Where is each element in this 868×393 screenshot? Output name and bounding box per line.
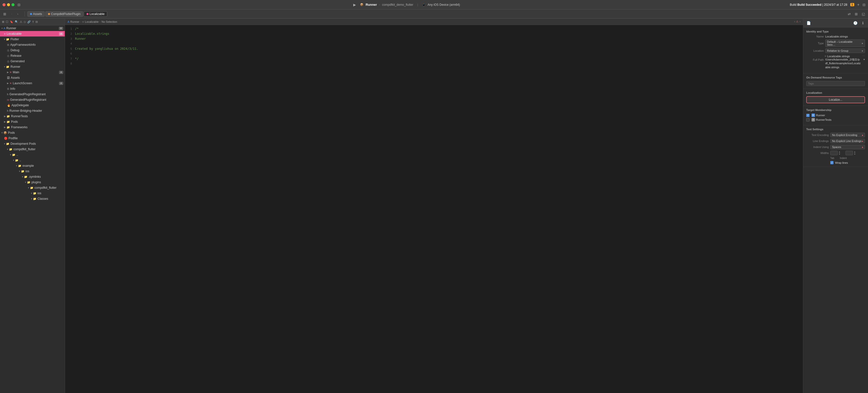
warning-indicator[interactable]: ⚠ xyxy=(796,20,799,23)
sidebar-item-pods-root[interactable]: ▾ 📦 Pods xyxy=(0,130,65,135)
sidebar-item-ios-2[interactable]: ▾ 📁 ios xyxy=(0,190,65,196)
sidebar-item-symlinks[interactable]: ▾ 📁 .symlinks xyxy=(0,174,65,180)
tab-width-input[interactable]: 4 xyxy=(830,151,838,155)
inspector-btn-info[interactable]: ℹ xyxy=(860,20,866,26)
sidebar-label-appframeworkinfo: AppFrameworkInfo xyxy=(10,43,63,47)
editor-content[interactable]: 1 /* 2 Localizable.strings 3 Runner 4 5 … xyxy=(65,25,803,393)
search-icon[interactable]: 🔍 xyxy=(15,20,18,24)
symlinks-icon: 📁 xyxy=(24,175,28,179)
breadcrumb-runner[interactable]: Runner xyxy=(70,20,79,23)
localize-button[interactable]: Localize... xyxy=(806,96,865,103)
sidebar-item-development-pods[interactable]: ▾ 📁 Development Pods xyxy=(0,141,65,147)
encoding-dropdown[interactable]: No Explicit Encoding ● xyxy=(830,133,865,137)
sidebar-item-podfile[interactable]: 🔴 Podfile xyxy=(0,135,65,141)
sidebar-item-generated[interactable]: ◎ Generated xyxy=(0,59,65,64)
chevron-runnertests: ▶ xyxy=(4,115,6,118)
warning-badge[interactable]: 1 xyxy=(850,3,854,6)
warning-icon[interactable]: ⚠ xyxy=(20,20,22,24)
sidebar-header: ⊞ ☐ 🔖 🔍 ⚠ ◇ 🔗 T ⊟ xyxy=(0,19,65,26)
membership-runnertests-checkbox[interactable] xyxy=(806,118,809,121)
grid-icon[interactable]: ⊟ xyxy=(35,20,38,24)
sidebar-item-generatedpluginregistrant-m[interactable]: m GeneratedPluginRegistrant xyxy=(0,97,65,102)
sidebar-item-generatedpluginregistrant-h[interactable]: h GeneratedPluginRegistrant xyxy=(0,91,65,97)
sidebar-item-appframeworkinfo[interactable]: ⊞ AppFrameworkInfo xyxy=(0,42,65,48)
sidebar-item-classes[interactable]: ▾ 📁 Classes xyxy=(0,196,65,202)
sidebar-label-info: Info xyxy=(10,87,63,91)
indent-sub-label: Indent xyxy=(840,157,847,159)
indent-dropdown[interactable]: Spaces ● xyxy=(830,145,865,149)
sidebar-item-bridging-header[interactable]: h Runner-Bridging-Header xyxy=(0,108,65,114)
split-view-btn[interactable]: ⊞ xyxy=(854,11,859,17)
sidebar-item-appdelegate[interactable]: 🔥 AppDelegate xyxy=(0,102,65,108)
sidebar-item-runner-root[interactable]: ▾ A Runner M xyxy=(0,26,65,31)
chevron-ios: ▾ xyxy=(19,170,20,173)
chevron-dotdot-1: ▾ xyxy=(10,153,11,156)
sidebar-item-debug[interactable]: ◎ Debug xyxy=(0,48,65,53)
sidebar-label-ios: ios xyxy=(26,170,63,173)
sidebar-item-dotdot-1[interactable]: ▾ 📁 .. xyxy=(0,152,65,157)
sidebar-item-example[interactable]: ▾ 📁 example xyxy=(0,163,65,169)
breadcrumb-localizable[interactable]: Localizable xyxy=(85,20,99,23)
maximize-button[interactable] xyxy=(11,3,14,6)
sidebar-item-runnertests[interactable]: ▶ 📁 RunnerTests xyxy=(0,114,65,119)
sidebar-item-ios[interactable]: ▾ 📁 ios xyxy=(0,169,65,174)
line-endings-dropdown[interactable]: No Explicit Line Endings ● xyxy=(830,139,865,143)
tab-assets[interactable]: Assets xyxy=(27,11,45,17)
type-dropdown[interactable]: Default – Localizable Strin… ● xyxy=(825,39,865,47)
text-icon[interactable]: T xyxy=(32,21,34,24)
indent-width-arrows[interactable]: ▲▼ xyxy=(854,151,856,155)
tab-width-arrows[interactable]: ▲▼ xyxy=(838,151,840,155)
tab-localizable[interactable]: Localizable xyxy=(84,11,107,17)
sidebar-item-plugins[interactable]: ▾ 📁 plugins xyxy=(0,180,65,185)
inspector-tab-file[interactable]: 📄 xyxy=(805,20,812,26)
tags-input[interactable] xyxy=(806,81,865,86)
sidebar-item-frameworks[interactable]: ▶ 📁 Frameworks xyxy=(0,124,65,130)
checkbox-icon[interactable]: ☐ xyxy=(6,20,8,24)
sidebar-item-pods-runner[interactable]: ▶ 📁 Pods xyxy=(0,119,65,124)
sidebar-item-launchscreen[interactable]: ▶ ✕ LaunchScreen A xyxy=(0,81,65,86)
sidebar-item-main[interactable]: ▶ ✕ Main A xyxy=(0,69,65,75)
sidebar-item-dotdot-2[interactable]: ▾ 📁 .. xyxy=(0,157,65,163)
inspector-btn-history[interactable]: 🕐 xyxy=(852,20,859,26)
grid-view-btn[interactable]: ⊞ xyxy=(2,11,7,17)
tab-compdkit-flutter-plugin[interactable]: CompdkitFlutterPlugin xyxy=(45,11,83,17)
swap-view-btn[interactable]: ⇄ xyxy=(846,11,852,17)
diamond-icon[interactable]: ◇ xyxy=(24,20,26,24)
sidebar-label-podfile: Podfile xyxy=(8,137,63,140)
sidebar-item-compdfkit-flutter-2[interactable]: ▾ 📁 compdfkit_flutter xyxy=(0,185,65,190)
wrap-lines-checkbox[interactable] xyxy=(830,161,834,164)
bookmark-icon[interactable]: 🔖 xyxy=(10,20,13,24)
prev-change-btn[interactable]: ‹ xyxy=(794,20,795,23)
forward-button[interactable]: › xyxy=(15,11,21,17)
inspector-panel: 📄 🕐 ℹ Identity and Type Name Localizable… xyxy=(803,19,868,393)
sidebar-item-info[interactable]: ⊞ Info xyxy=(0,86,65,91)
widths-label: Widths xyxy=(806,151,829,154)
sidebar-item-runner-group[interactable]: ▾ 📁 Runner xyxy=(0,64,65,69)
minimize-button[interactable] xyxy=(7,3,10,6)
encoding-label: Text Encoding xyxy=(806,133,829,137)
indent-width-input[interactable]: 4 xyxy=(845,151,853,155)
run-button[interactable]: ▶ xyxy=(353,3,356,7)
membership-runner-checkbox[interactable] xyxy=(806,114,809,117)
sidebar-item-compdfkit-flutter[interactable]: ▾ 📁 compdfkit_flutter xyxy=(0,147,65,152)
filter-icon[interactable]: ⊞ xyxy=(2,20,4,24)
close-button[interactable] xyxy=(2,3,5,6)
location-dropdown[interactable]: Relative to Group ● xyxy=(825,49,865,53)
title-bar-center: ▶ 📦 Runner › compdfkit_demo_flutter | 📱 … xyxy=(24,3,790,7)
sidebar-item-localizable[interactable]: ≡ Localizable A xyxy=(0,31,65,36)
link-icon[interactable]: 🔗 xyxy=(27,20,31,24)
line-num-6: 6 xyxy=(65,52,75,55)
sidebar-item-release[interactable]: ◎ Release xyxy=(0,53,65,59)
flutter-icon: 📁 xyxy=(6,38,9,41)
chevron-frameworks: ▶ xyxy=(4,126,6,128)
add-button[interactable]: + xyxy=(857,2,860,7)
sidebar-label-generatedpluginregistrant-m: GeneratedPluginRegistrant xyxy=(10,98,63,101)
next-change-btn[interactable]: › xyxy=(800,20,801,23)
sidebar-item-flutter[interactable]: ▾ 📁 Flutter xyxy=(0,36,65,42)
window-controls[interactable]: ⊟ xyxy=(863,3,866,7)
back-button[interactable]: ‹ xyxy=(9,11,14,17)
panel-btn[interactable]: ◱ xyxy=(861,11,866,17)
sidebar-item-assets[interactable]: 🖼 Assets xyxy=(0,75,65,81)
runner-group-icon: 📁 xyxy=(6,65,9,68)
sidebar-toggle[interactable]: ⊟ xyxy=(18,3,21,7)
